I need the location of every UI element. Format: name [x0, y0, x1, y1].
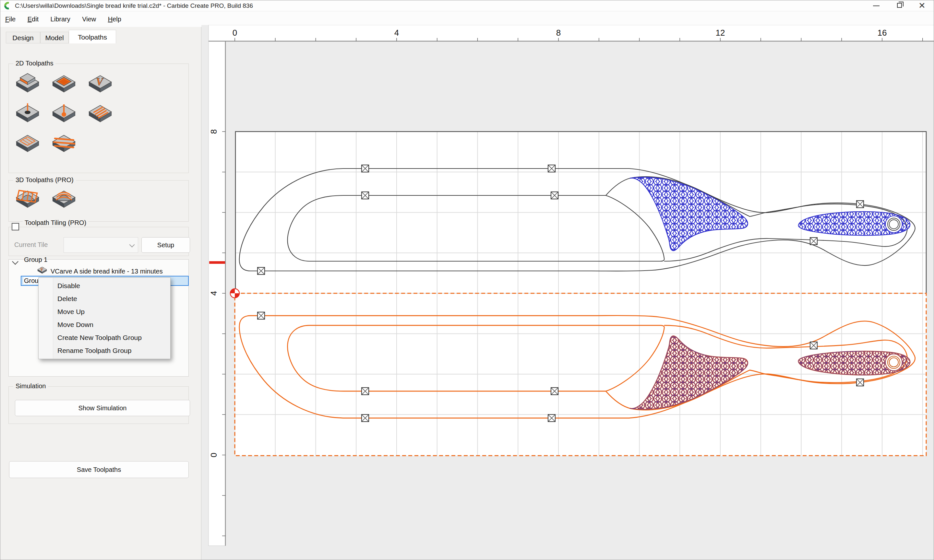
group-2d-title: 2D Toolpaths	[13, 60, 55, 67]
group-3d-title: 3D Toolpaths (PRO)	[13, 176, 76, 184]
menu-library[interactable]: Library	[45, 11, 76, 27]
origin-marker[interactable]	[230, 289, 239, 298]
simulation-title: Simulation	[13, 382, 48, 390]
top-ruler-label: 8	[556, 28, 561, 38]
menu-item-delete[interactable]: Delete	[54, 292, 170, 305]
menu-item-move-up[interactable]: Move Up	[54, 305, 170, 318]
current-tile-label: Current Tile	[14, 241, 48, 249]
context-menu-gutter	[39, 278, 53, 359]
show-simulation-button[interactable]: Show Simulation	[15, 400, 190, 416]
toolpath-drill-icon[interactable]	[14, 102, 41, 128]
window-title: C:\Users\willa\Downloads\Single bread kn…	[15, 0, 253, 11]
menu-file[interactable]: File	[0, 11, 21, 27]
tiling-title: Toolpath Tiling (PRO)	[23, 219, 88, 226]
ruler-selection-marker	[209, 261, 225, 264]
menu-item-create-group[interactable]: Create New Toolpath Group	[54, 331, 170, 344]
left-ruler-label: 0	[209, 453, 219, 457]
app-logo-icon	[4, 2, 11, 9]
tree-toolpath-item[interactable]: VCarve A side bread knife - 13 minutes	[51, 268, 163, 275]
save-toolpaths-button[interactable]: Save Toolpaths	[9, 461, 189, 478]
menu-item-rename-group[interactable]: Rename Toolpath Group	[54, 344, 170, 357]
toolpath-texture-icon[interactable]	[87, 102, 114, 128]
tab-toolpaths[interactable]: Toolpaths	[69, 30, 116, 43]
minimize-button[interactable]	[866, 0, 887, 11]
top-ruler-label: 0	[233, 28, 237, 38]
toolpath-3d-rough-icon[interactable]	[14, 187, 41, 213]
restore-button[interactable]	[889, 0, 910, 11]
current-tile-select[interactable]	[63, 237, 138, 253]
toolpath-advanced-vcarve-icon[interactable]	[51, 102, 77, 128]
top-ruler-label: 4	[395, 28, 399, 38]
menu-item-move-down[interactable]: Move Down	[54, 318, 170, 331]
top-ruler-label: 12	[716, 28, 725, 38]
context-menu: Disable Delete Move Up Move Down Create …	[38, 277, 171, 359]
toolpath-contour-icon[interactable]	[14, 72, 41, 98]
tiling-setup-button[interactable]: Setup	[142, 237, 190, 253]
vcarve-item-icon: V	[36, 266, 48, 275]
toolpath-hatch-pocket-icon[interactable]	[14, 132, 41, 157]
toolpath-engrave-icon[interactable]	[51, 132, 77, 157]
tiling-checkbox[interactable]	[12, 223, 19, 231]
svg-text:V: V	[96, 76, 104, 88]
tab-model[interactable]: Model	[40, 32, 69, 43]
toolpath-vcarve-icon[interactable]: V	[87, 72, 114, 98]
close-button[interactable]: ✕	[912, 0, 932, 11]
toolpath-3d-finish-icon[interactable]	[51, 187, 77, 213]
menu-edit[interactable]: Edit	[22, 11, 44, 27]
menu-help[interactable]: Help	[103, 11, 126, 27]
menu-item-disable[interactable]: Disable	[54, 279, 170, 292]
title-bar: C:\Users\willa\Downloads\Single bread kn…	[0, 0, 934, 11]
menu-view[interactable]: View	[77, 11, 101, 27]
left-ruler-label: 4	[209, 291, 219, 295]
left-ruler-label: 8	[209, 129, 219, 134]
design-canvas[interactable]: 0481216048	[201, 25, 934, 560]
knife-b-side-hole	[885, 354, 902, 371]
tab-design[interactable]: Design	[6, 32, 40, 43]
top-ruler-label: 16	[878, 28, 887, 38]
menu-bar: File Edit Library View Help	[0, 11, 934, 27]
chevron-down-icon	[129, 242, 135, 248]
toolpath-pocket-icon[interactable]	[51, 72, 77, 98]
tree-group-item[interactable]: Group 1	[24, 256, 47, 263]
